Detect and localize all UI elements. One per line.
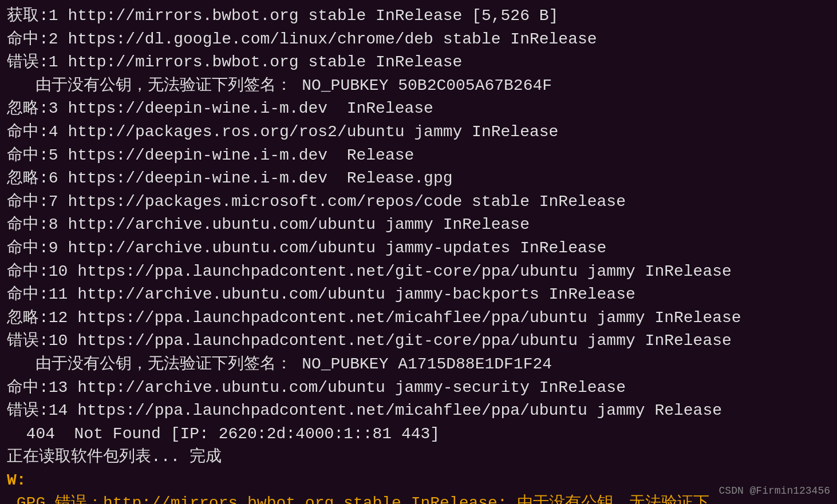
terminal-line-2: 命中:2 https://dl.google.com/linux/chrome/… [7,28,830,51]
terminal-line-4: 由于没有公钥，无法验证下列签名： NO_PUBKEY 50B2C005A67B2… [7,74,830,98]
terminal-line-10: 命中:8 http://archive.ubuntu.com/ubuntu ja… [7,213,830,237]
terminal-line-11: 命中:9 http://archive.ubuntu.com/ubuntu ja… [7,237,830,260]
terminal-window: 获取:1 http://mirrors.bwbot.org stable InR… [0,0,837,504]
terminal-line-13: 命中:11 http://archive.ubuntu.com/ubuntu j… [7,283,830,307]
terminal-line-5: 忽略:3 https://deepin-wine.i-m.dev InRelea… [7,97,830,121]
terminal-line-8: 忽略:6 https://deepin-wine.i-m.dev Release… [7,167,830,191]
terminal-line-7: 命中:5 https://deepin-wine.i-m.dev Release [7,144,830,168]
terminal-line-21: W: GPG 错误：http://mirrors.bwbot.org stabl… [7,469,830,504]
terminal-line-14: 忽略:12 https://ppa.launchpadcontent.net/m… [7,307,830,330]
terminal-line-12: 命中:10 https://ppa.launchpadcontent.net/g… [7,260,830,284]
terminal-line-1: 获取:1 http://mirrors.bwbot.org stable InR… [7,5,830,28]
terminal-line-15: 错误:10 https://ppa.launchpadcontent.net/g… [7,330,830,353]
terminal-line-19: 404 Not Found [IP: 2620:2d:4000:1::81 44… [7,423,830,446]
warning-prefix: W: [7,471,26,489]
terminal-line-20: 正在读取软件包列表... 完成 [7,446,830,469]
terminal-line-9: 命中:7 https://packages.microsoft.com/repo… [7,191,830,214]
terminal-line-18: 错误:14 https://ppa.launchpadcontent.net/m… [7,399,830,423]
terminal-line-6: 命中:4 http://packages.ros.org/ros2/ubuntu… [7,121,830,144]
terminal-line-3: 错误:1 http://mirrors.bwbot.org stable InR… [7,51,830,74]
terminal-line-16: 由于没有公钥，无法验证下列签名： NO_PUBKEY A1715D88E1DF1… [7,353,830,376]
watermark: CSDN @Firmin123456 [719,483,830,498]
terminal-line-21-text: GPG 错误：http://mirrors.bwbot.org stable I… [7,492,830,504]
terminal-line-17: 命中:13 http://archive.ubuntu.com/ubuntu j… [7,376,830,400]
